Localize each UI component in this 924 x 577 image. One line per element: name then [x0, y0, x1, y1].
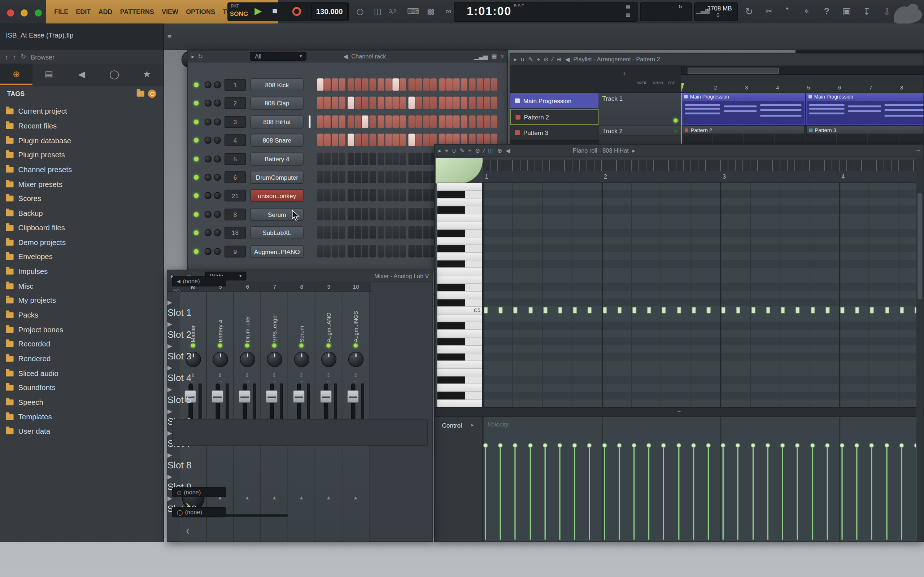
midi-note[interactable]	[543, 307, 547, 314]
velocity-handle[interactable]	[810, 443, 814, 448]
channel-volume-knob[interactable]	[214, 174, 221, 181]
midi-note[interactable]	[751, 307, 755, 314]
track-header-track-1[interactable]: Track 1	[599, 93, 681, 126]
piano-key-c5[interactable]: C5	[437, 307, 482, 315]
step-cell[interactable]	[369, 208, 376, 220]
playlist-minimap[interactable]	[681, 66, 923, 75]
mixer-slot-8[interactable]: ▸Slot 8	[168, 449, 433, 471]
velocity-handle[interactable]	[691, 443, 696, 448]
step-cell[interactable]	[362, 134, 369, 146]
step-cell[interactable]	[461, 97, 467, 109]
clip-pattern-3[interactable]: Pattern 3	[806, 126, 924, 134]
step-cell[interactable]	[362, 152, 369, 164]
channel-button[interactable]: 808 Kick	[250, 78, 303, 91]
step-cell[interactable]	[355, 78, 361, 90]
step-cell[interactable]	[409, 97, 415, 109]
channel-pan-knob[interactable]	[205, 155, 212, 163]
step-cell[interactable]	[332, 134, 338, 146]
step-cell[interactable]	[369, 134, 376, 146]
velocity-handle[interactable]	[735, 443, 740, 448]
step-cell[interactable]	[416, 208, 422, 220]
pat-mode-label[interactable]: PAT	[231, 3, 239, 9]
menu-edit[interactable]: EDIT	[76, 8, 90, 16]
channel-volume-knob[interactable]	[214, 211, 221, 218]
step-cell[interactable]	[348, 245, 354, 257]
velocity-handle[interactable]	[884, 443, 889, 448]
velocity-stem[interactable]	[485, 447, 486, 540]
browser-item-rendered[interactable]: Rendered	[0, 351, 163, 366]
step-cell[interactable]	[423, 226, 429, 239]
browser-item-backup[interactable]: Backup	[0, 206, 163, 221]
channel-volume-knob[interactable]	[214, 118, 221, 126]
piano-key-g5[interactable]	[437, 253, 482, 261]
pr-pencil-icon[interactable]: ✎	[460, 147, 464, 154]
step-cell[interactable]	[369, 171, 376, 183]
channel-activity-led[interactable]	[194, 249, 198, 254]
step-cell[interactable]	[491, 97, 498, 109]
step-cell[interactable]	[339, 189, 345, 202]
piano-key-f-4[interactable]	[437, 353, 482, 361]
pr-title-chevron-icon[interactable]: ▸	[632, 147, 635, 154]
step-cell[interactable]	[453, 78, 460, 90]
step-cell[interactable]	[423, 97, 429, 109]
channel-pan-knob[interactable]	[205, 137, 212, 144]
add-pat-label[interactable]: PAT	[668, 81, 675, 84]
step-cell[interactable]	[423, 189, 429, 202]
remote-control-icon[interactable]: ⌖	[799, 6, 814, 16]
step-cell[interactable]	[332, 189, 338, 202]
step-cell[interactable]	[439, 78, 445, 90]
playlist-menu-icon[interactable]: ▸	[514, 56, 517, 63]
step-cell[interactable]	[317, 97, 323, 109]
channel-volume-knob[interactable]	[214, 137, 221, 144]
step-cell[interactable]	[348, 208, 354, 220]
step-cell[interactable]	[423, 78, 429, 90]
step-cell[interactable]	[392, 245, 399, 257]
channel-pan-knob[interactable]	[205, 229, 212, 236]
step-cell[interactable]	[416, 171, 422, 183]
browser-tab-online[interactable]: ◯	[98, 63, 130, 85]
channel-button[interactable]: 808 HiHat	[250, 116, 303, 129]
step-cell[interactable]	[409, 189, 415, 202]
step-cell[interactable]	[409, 78, 415, 90]
step-cell[interactable]	[339, 208, 345, 220]
browser-item-channel-presets[interactable]: Channel presets	[0, 163, 163, 177]
channel-volume-knob[interactable]	[214, 100, 221, 107]
clip-pattern-2[interactable]: Pattern 2	[682, 126, 805, 134]
velocity-handle[interactable]	[572, 443, 577, 448]
step-cell[interactable]	[378, 116, 384, 128]
step-cell[interactable]	[369, 97, 376, 109]
eq-label[interactable]: EQ	[173, 288, 180, 293]
mixer-number-10[interactable]: 10	[342, 283, 369, 290]
pr-zoom-icon[interactable]: ⊕	[497, 147, 502, 154]
piano-key-g4[interactable]	[437, 346, 482, 353]
velocity-stem[interactable]	[827, 447, 827, 540]
step-cell[interactable]	[332, 152, 338, 164]
step-cell[interactable]	[348, 116, 354, 128]
step-cell[interactable]	[362, 226, 369, 239]
pattern-item-main-progression[interactable]: Main Progression	[510, 93, 599, 109]
browser-item-envelopes[interactable]: Envelopes	[0, 250, 163, 264]
playlist-slice-icon[interactable]: ∕	[552, 56, 553, 63]
piano-key-g-4[interactable]	[437, 338, 482, 345]
velocity-stem[interactable]	[886, 447, 887, 540]
velocity-handle[interactable]	[706, 443, 711, 448]
step-cell[interactable]	[400, 245, 406, 257]
step-cell[interactable]	[369, 78, 376, 90]
velocity-stem[interactable]	[693, 447, 694, 540]
step-cell[interactable]	[385, 208, 392, 220]
step-cell[interactable]	[392, 208, 399, 220]
step-cell[interactable]	[439, 97, 445, 109]
velocity-stem[interactable]	[529, 447, 531, 540]
piano-key-a5[interactable]	[437, 237, 482, 245]
step-cell[interactable]	[476, 116, 483, 128]
piano-key-f4[interactable]	[437, 361, 482, 369]
browser-item-scores[interactable]: Scores	[0, 192, 163, 206]
channel-button[interactable]: SubLabXL	[250, 226, 303, 239]
step-cell[interactable]	[369, 189, 376, 202]
channel-pan-knob[interactable]	[205, 100, 212, 107]
piano-key-b4[interactable]	[437, 315, 482, 322]
step-cell[interactable]	[317, 245, 323, 257]
step-cell[interactable]	[362, 189, 369, 202]
step-cell[interactable]	[446, 78, 453, 90]
step-cell[interactable]	[362, 97, 369, 109]
